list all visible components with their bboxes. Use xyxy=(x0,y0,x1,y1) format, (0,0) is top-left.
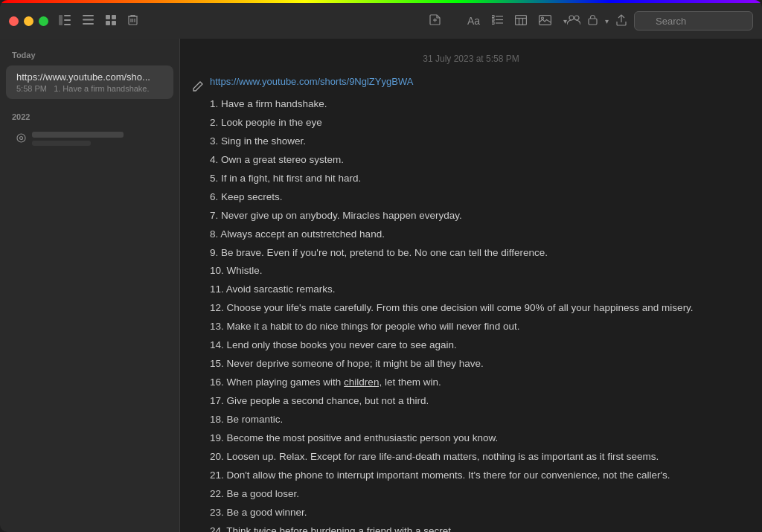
media-icon[interactable] xyxy=(539,15,551,28)
svg-rect-9 xyxy=(106,21,110,25)
search-placeholder: Search xyxy=(656,16,686,27)
format-aa-icon[interactable]: Aa xyxy=(467,15,480,27)
share-icon[interactable] xyxy=(616,14,627,28)
note-line-20: 20. Loosen up. Relax. Except for rare li… xyxy=(210,449,732,466)
note-line-21: 21. Don't allow the phone to interrupt i… xyxy=(210,467,732,484)
sidebar-note-preview: 1. Have a firm handshake. xyxy=(54,84,149,93)
note-line-8: 8. Always accept an outstretched hand. xyxy=(210,226,732,243)
search-input[interactable]: Search xyxy=(634,11,753,31)
note-line-23: 23. Be a good winner. xyxy=(210,504,732,522)
archived-bar-2 xyxy=(32,141,91,146)
note-line-5: 5. If in a fight, hit first and hit hard… xyxy=(210,170,732,188)
lock-icon[interactable] xyxy=(588,14,598,28)
underline-children: children, xyxy=(344,376,382,388)
note-line-1: 1. Have a firm handshake. xyxy=(210,96,732,113)
note-line-11: 11. Avoid sarcastic remarks. xyxy=(210,281,732,298)
archived-bars xyxy=(32,132,163,146)
note-body: 31 July 2023 at 5:58 PM https://www.yout… xyxy=(180,39,762,532)
note-line-17: 17. Give people a second chance, but not… xyxy=(210,393,732,410)
grid-view-icon[interactable] xyxy=(106,15,116,28)
titlebar-left-icons xyxy=(59,14,138,28)
note-line-6: 6. Keep secrets. xyxy=(210,189,732,206)
archived-bar-1 xyxy=(32,132,124,138)
edit-pencil-icon[interactable] xyxy=(192,80,204,92)
svg-rect-22 xyxy=(492,22,494,25)
sidebar-note-today[interactable]: https://www.youtube.com/sho... 5:58 PM 1… xyxy=(6,65,173,99)
svg-rect-20 xyxy=(492,16,494,18)
archived-icon xyxy=(16,133,26,145)
fullscreen-button[interactable] xyxy=(39,16,48,26)
svg-rect-4 xyxy=(83,15,94,16)
sidebar-toggle-icon[interactable] xyxy=(59,15,71,28)
search-wrapper: Search xyxy=(634,11,753,31)
note-line-10: 10. Whistle. xyxy=(210,263,732,280)
note-format-toolbar: Aa ▾ xyxy=(429,14,567,28)
note-line-3: 3. Sing in the shower. xyxy=(210,133,732,150)
note-url-link[interactable]: https://www.youtube.com/shorts/9NglZYygB… xyxy=(210,76,732,87)
svg-rect-6 xyxy=(83,23,94,25)
svg-rect-1 xyxy=(64,15,71,16)
note-line-9: 9. Be brave. Even if you're not, pretend… xyxy=(210,245,732,262)
note-timestamp: 31 July 2023 at 5:58 PM xyxy=(210,54,732,64)
archive-section-label: 2022 xyxy=(0,109,179,126)
edit-note-icon-area xyxy=(192,80,204,95)
trash-icon[interactable] xyxy=(128,14,138,28)
sidebar-note-time: 5:58 PM xyxy=(16,84,47,93)
titlebar-right: ▾ Search xyxy=(567,11,753,31)
note-line-7: 7. Never give up on anybody. Miracles ha… xyxy=(210,208,732,225)
note-line-22: 22. Be a good loser. xyxy=(210,486,732,503)
svg-rect-5 xyxy=(83,19,94,21)
table-icon[interactable] xyxy=(515,15,527,28)
note-line-2: 2. Look people in the eye xyxy=(210,115,732,132)
note-line-16: 16. When playing games with children, le… xyxy=(210,374,732,391)
sidebar-note-meta: 5:58 PM 1. Have a firm handshake. xyxy=(16,84,163,93)
list-view-icon[interactable] xyxy=(83,15,94,27)
note-content-area: 31 July 2023 at 5:58 PM https://www.yout… xyxy=(180,39,762,532)
svg-rect-2 xyxy=(64,19,71,21)
svg-rect-0 xyxy=(59,15,63,25)
svg-rect-21 xyxy=(492,19,494,21)
note-line-14: 14. Lend only those books you never care… xyxy=(210,337,732,354)
sidebar-note-title: https://www.youtube.com/sho... xyxy=(16,71,163,83)
note-line-13: 13. Make it a habit to do nice things fo… xyxy=(210,318,732,336)
main-container: Today https://www.youtube.com/sho... 5:5… xyxy=(0,39,762,532)
svg-rect-8 xyxy=(112,15,116,19)
sidebar-archived-note[interactable] xyxy=(6,127,173,150)
svg-point-34 xyxy=(17,134,25,142)
traffic-lights xyxy=(9,16,48,26)
svg-point-30 xyxy=(574,16,579,20)
today-section-label: Today xyxy=(0,48,179,64)
svg-point-29 xyxy=(569,16,574,20)
titlebar: Aa ▾ xyxy=(0,3,762,39)
svg-rect-10 xyxy=(112,21,116,25)
note-line-18: 18. Be romantic. xyxy=(210,411,732,429)
checklist-icon[interactable] xyxy=(492,15,503,27)
rainbow-bar xyxy=(0,0,762,3)
svg-rect-3 xyxy=(64,24,71,25)
svg-rect-27 xyxy=(540,15,551,25)
note-line-24: 24. Think twice before burdening a frien… xyxy=(210,523,732,532)
sidebar: Today https://www.youtube.com/sho... 5:5… xyxy=(0,39,180,532)
svg-rect-7 xyxy=(106,15,110,19)
new-note-icon[interactable] xyxy=(429,14,441,28)
note-line-15: 15. Never deprive someone of hope; it mi… xyxy=(210,356,732,373)
lock-dropdown-icon[interactable]: ▾ xyxy=(605,17,609,25)
note-line-12: 12. Choose your life's mate carefully. F… xyxy=(210,300,732,317)
svg-point-35 xyxy=(20,136,23,139)
note-line-19: 19. Become the most positive and enthusi… xyxy=(210,430,732,447)
svg-rect-31 xyxy=(589,19,597,25)
svg-rect-23 xyxy=(516,15,527,25)
close-button[interactable] xyxy=(9,16,19,26)
collaborate-icon[interactable] xyxy=(567,14,580,28)
note-line-4: 4. Own a great stereo system. xyxy=(210,152,732,169)
minimize-button[interactable] xyxy=(24,16,33,26)
